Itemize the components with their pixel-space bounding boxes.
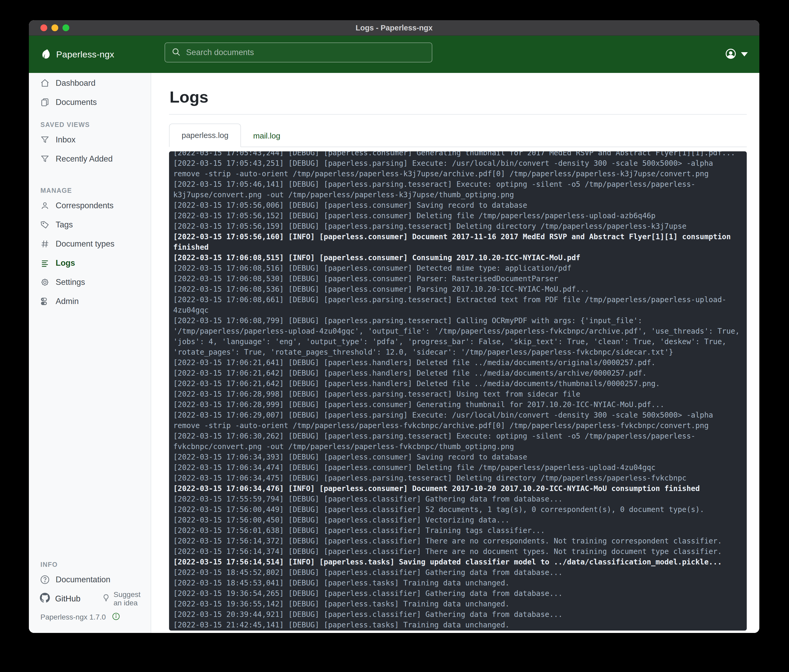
user-menu-caret-icon[interactable] (741, 52, 748, 56)
log-line: [2022-03-15 20:39:44,921] [DEBUG] [paper… (173, 609, 743, 620)
sidebar-item-recently-added[interactable]: Recently Added (29, 149, 151, 169)
app-version: Paperless-ngx 1.7.0 (40, 613, 106, 621)
sidebar-saved-views: InboxRecently Added (29, 130, 151, 169)
log-line: [2022-03-15 17:56:00,449] [DEBUG] [paper… (173, 505, 743, 515)
toggles-icon (40, 296, 50, 306)
log-line: [2022-03-15 21:42:45,141] [DEBUG] [paper… (173, 620, 743, 630)
sidebar-item-label: Settings (56, 277, 85, 287)
log-line: [2022-03-15 17:06:34,393] [DEBUG] [paper… (173, 452, 743, 462)
log-line: [2022-03-15 17:05:56,152] [DEBUG] [paper… (173, 211, 743, 221)
window-controls (40, 20, 69, 35)
manage-section-label: MANAGE (29, 183, 151, 196)
sidebar-manage-items: CorrespondentsTagsDocument typesLogsSett… (29, 196, 151, 311)
log-line: [2022-03-15 17:06:34,475] [DEBUG] [paper… (173, 473, 743, 483)
log-line: [2022-03-15 17:06:08,516] [DEBUG] [paper… (173, 263, 743, 274)
log-line: [2022-03-15 17:06:08,536] [DEBUG] [paper… (173, 284, 743, 295)
funnel-icon (40, 135, 50, 145)
saved-views-section-label: SAVED VIEWS (29, 117, 151, 130)
leaf-logo-icon (40, 48, 53, 61)
sidebar-item-document-types[interactable]: Document types (29, 234, 151, 253)
log-line: [2022-03-15 17:06:08,661] [DEBUG] [paper… (173, 295, 743, 315)
documentation-label: Documentation (56, 575, 110, 584)
log-line: [2022-03-15 17:55:59,794] [DEBUG] [paper… (173, 494, 743, 505)
sidebar-item-suggest-idea[interactable]: Suggest an idea (102, 591, 151, 607)
log-line: [2022-03-15 17:56:01,638] [DEBUG] [paper… (173, 525, 743, 536)
sidebar-item-label: Documents (56, 97, 97, 107)
log-line: [2022-03-15 17:05:46,141] [DEBUG] [paper… (173, 179, 743, 200)
sidebar-item-inbox[interactable]: Inbox (29, 130, 151, 149)
search-box[interactable] (165, 43, 432, 62)
sidebar-item-correspondents[interactable]: Correspondents (29, 196, 151, 215)
person-icon (40, 201, 50, 211)
sidebar: DashboardDocuments SAVED VIEWS InboxRece… (29, 73, 151, 633)
brand-name: Paperless-ngx (56, 49, 114, 59)
sidebar-item-dashboard[interactable]: Dashboard (29, 73, 151, 92)
github-label: GitHub (55, 594, 80, 604)
log-line: [2022-03-15 17:06:08,799] [DEBUG] [paper… (173, 315, 743, 358)
info-circle-icon[interactable] (112, 613, 120, 622)
info-section-label: INFO (29, 557, 151, 570)
log-line: [2022-03-15 17:56:14,374] [DEBUG] [paper… (173, 546, 743, 557)
question-circle-icon (40, 575, 50, 584)
home-icon (40, 78, 50, 88)
sidebar-item-settings[interactable]: Settings (29, 272, 151, 292)
heading-divider (169, 114, 747, 115)
tab-mail-log[interactable]: mail.log (241, 124, 292, 147)
log-line: [2022-03-15 17:06:21,641] [DEBUG] [paper… (173, 358, 743, 368)
log-line: [2022-03-15 17:05:43,244] [DEBUG] [paper… (173, 151, 743, 158)
sidebar-item-label: Tags (56, 220, 73, 229)
log-line: [2022-03-15 17:05:56,159] [DEBUG] [paper… (173, 221, 743, 232)
log-line: [2022-03-15 17:06:28,999] [DEBUG] [paper… (173, 400, 743, 410)
close-window-button[interactable] (40, 24, 47, 31)
page-title: Logs (169, 88, 759, 106)
brand-logo-link[interactable]: Paperless-ngx (40, 48, 145, 61)
log-line: [2022-03-15 17:05:56,160] [INFO] [paperl… (173, 232, 743, 253)
sidebar-item-documents[interactable]: Documents (29, 92, 151, 112)
window-title: Logs - Paperless-ngx (356, 24, 433, 32)
sidebar-item-label: Document types (56, 239, 115, 248)
log-line: [2022-03-15 17:05:56,006] [DEBUG] [paper… (173, 200, 743, 211)
sidebar-item-label: Correspondents (56, 201, 113, 210)
search-input[interactable] (185, 48, 418, 57)
sidebar-item-logs[interactable]: Logs (29, 253, 151, 272)
log-output-panel[interactable]: [2022-03-15 17:05:43,244] [DEBUG] [paper… (169, 151, 747, 631)
log-line: [2022-03-15 19:36:55,142] [DEBUG] [paper… (173, 599, 743, 609)
app-window: Logs - Paperless-ngx Paperless-ngx (29, 20, 759, 633)
log-line: [2022-03-15 17:06:08,530] [DEBUG] [paper… (173, 274, 743, 284)
hash-icon (40, 239, 50, 249)
log-line: [2022-03-15 17:06:28,998] [DEBUG] [paper… (173, 389, 743, 400)
log-line: [2022-03-15 17:56:14,372] [DEBUG] [paper… (173, 536, 743, 546)
log-line: [2022-03-15 17:06:21,642] [DEBUG] [paper… (173, 368, 743, 379)
log-lines: [2022-03-15 17:05:43,244] [DEBUG] [paper… (173, 151, 743, 630)
funnel-icon (40, 154, 50, 164)
log-line: [2022-03-15 17:56:00,450] [DEBUG] [paper… (173, 515, 743, 525)
log-line: [2022-03-15 19:36:54,265] [DEBUG] [paper… (173, 588, 743, 599)
log-line: [2022-03-15 17:06:29,007] [DEBUG] [paper… (173, 410, 743, 431)
sidebar-item-tags[interactable]: Tags (29, 215, 151, 234)
suggest-idea-label: Suggest an idea (113, 591, 151, 607)
list-icon (40, 258, 50, 268)
log-line: [2022-03-15 18:45:52,802] [DEBUG] [paper… (173, 567, 743, 578)
minimize-window-button[interactable] (51, 24, 58, 31)
tag-icon (40, 220, 50, 230)
search-icon (165, 47, 181, 58)
top-navbar: Paperless-ngx (29, 36, 759, 73)
log-line: [2022-03-15 17:06:21,642] [DEBUG] [paper… (173, 379, 743, 389)
sidebar-item-label: Dashboard (56, 78, 96, 88)
sidebar-item-documentation[interactable]: Documentation (29, 570, 151, 589)
log-tabs: paperless.logmail.log (169, 124, 747, 147)
log-line: [2022-03-15 17:06:30,262] [DEBUG] [paper… (173, 431, 743, 452)
sidebar-item-admin[interactable]: Admin (29, 292, 151, 311)
main-content: Logs paperless.logmail.log [2022-03-15 1… (151, 73, 759, 633)
github-icon (40, 593, 50, 605)
sidebar-item-github[interactable]: GitHub (40, 593, 80, 605)
gear-icon (40, 277, 50, 287)
log-line: [2022-03-15 17:56:14,514] [INFO] [paperl… (173, 557, 743, 567)
sidebar-item-label: Inbox (56, 135, 76, 145)
sidebar-item-label: Admin (56, 297, 79, 306)
macos-titlebar: Logs - Paperless-ngx (29, 20, 759, 36)
user-avatar-icon[interactable] (725, 48, 736, 61)
log-line: [2022-03-15 17:06:34,476] [INFO] [paperl… (173, 483, 743, 494)
zoom-window-button[interactable] (62, 24, 69, 31)
tab-paperless-log[interactable]: paperless.log (169, 124, 241, 147)
